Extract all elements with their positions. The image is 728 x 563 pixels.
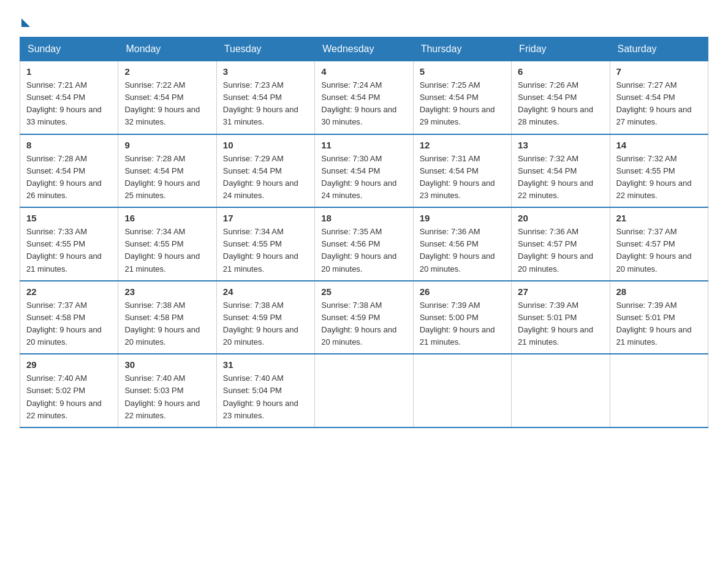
daylight-label: Daylight: 9 hours and 27 minutes. (616, 105, 692, 126)
sunrise-label: Sunrise: 7:34 AM (124, 227, 185, 236)
calendar-cell: 8 Sunrise: 7:28 AM Sunset: 4:54 PM Dayli… (20, 134, 118, 208)
daylight-label: Daylight: 9 hours and 24 minutes. (223, 178, 298, 200)
weekday-header-thursday: Thursday (413, 37, 511, 61)
sunset-label: Sunset: 5:01 PM (616, 313, 675, 322)
daylight-label: Daylight: 9 hours and 20 minutes. (223, 325, 298, 347)
daylight-label: Daylight: 9 hours and 21 minutes. (420, 325, 495, 347)
sunset-label: Sunset: 5:00 PM (420, 313, 479, 322)
daylight-label: Daylight: 9 hours and 22 minutes. (26, 399, 102, 420)
day-info: Sunrise: 7:31 AM Sunset: 4:54 PM Dayligh… (420, 153, 505, 202)
calendar-cell: 29 Sunrise: 7:40 AM Sunset: 5:02 PM Dayl… (20, 354, 118, 427)
sunrise-label: Sunrise: 7:40 AM (223, 373, 284, 383)
day-number: 28 (616, 286, 702, 297)
sunset-label: Sunset: 4:54 PM (420, 93, 479, 102)
sunrise-label: Sunrise: 7:38 AM (223, 301, 284, 310)
sunrise-label: Sunrise: 7:37 AM (616, 227, 677, 236)
day-info: Sunrise: 7:37 AM Sunset: 4:57 PM Dayligh… (616, 226, 702, 275)
calendar-cell: 4 Sunrise: 7:24 AM Sunset: 4:54 PM Dayli… (315, 61, 413, 134)
sunset-label: Sunset: 4:54 PM (26, 166, 85, 175)
calendar-cell: 14 Sunrise: 7:32 AM Sunset: 4:55 PM Dayl… (610, 134, 708, 208)
daylight-label: Daylight: 9 hours and 21 minutes. (124, 251, 200, 273)
logo (20, 15, 30, 27)
calendar-cell (512, 354, 610, 427)
daylight-label: Daylight: 9 hours and 20 minutes. (420, 251, 495, 273)
sunset-label: Sunset: 4:54 PM (223, 93, 282, 102)
sunrise-label: Sunrise: 7:34 AM (223, 227, 284, 236)
daylight-label: Daylight: 9 hours and 21 minutes. (518, 325, 593, 347)
calendar-cell (413, 354, 511, 427)
sunset-label: Sunset: 4:55 PM (124, 239, 183, 248)
daylight-label: Daylight: 9 hours and 20 minutes. (124, 325, 200, 347)
calendar-cell: 18 Sunrise: 7:35 AM Sunset: 4:56 PM Dayl… (315, 207, 413, 281)
page-header (20, 15, 708, 27)
day-number: 16 (124, 213, 210, 223)
sunset-label: Sunset: 4:54 PM (518, 166, 577, 175)
sunset-label: Sunset: 4:57 PM (518, 239, 577, 248)
sunrise-label: Sunrise: 7:38 AM (321, 301, 382, 310)
sunrise-label: Sunrise: 7:33 AM (26, 227, 87, 236)
day-number: 11 (321, 140, 406, 150)
calendar-week-row: 29 Sunrise: 7:40 AM Sunset: 5:02 PM Dayl… (20, 354, 708, 427)
daylight-label: Daylight: 9 hours and 20 minutes. (616, 251, 692, 273)
weekday-header-tuesday: Tuesday (216, 37, 314, 61)
day-number: 31 (223, 359, 308, 370)
day-info: Sunrise: 7:21 AM Sunset: 4:54 PM Dayligh… (26, 79, 112, 129)
calendar-cell: 16 Sunrise: 7:34 AM Sunset: 4:55 PM Dayl… (118, 207, 216, 281)
daylight-label: Daylight: 9 hours and 23 minutes. (420, 178, 495, 200)
day-number: 25 (321, 286, 406, 297)
day-number: 8 (26, 140, 112, 150)
calendar-table: SundayMondayTuesdayWednesdayThursdayFrid… (20, 37, 708, 428)
day-number: 24 (223, 286, 308, 297)
sunset-label: Sunset: 4:54 PM (321, 166, 380, 175)
calendar-cell: 6 Sunrise: 7:26 AM Sunset: 4:54 PM Dayli… (512, 61, 610, 134)
sunset-label: Sunset: 4:58 PM (26, 313, 85, 322)
sunset-label: Sunset: 5:03 PM (124, 386, 183, 395)
calendar-cell: 10 Sunrise: 7:29 AM Sunset: 4:54 PM Dayl… (216, 134, 314, 208)
day-number: 3 (223, 66, 308, 77)
day-number: 4 (321, 66, 406, 77)
sunrise-label: Sunrise: 7:27 AM (616, 80, 677, 90)
sunrise-label: Sunrise: 7:35 AM (321, 227, 382, 236)
day-info: Sunrise: 7:39 AM Sunset: 5:00 PM Dayligh… (420, 299, 505, 349)
calendar-cell: 15 Sunrise: 7:33 AM Sunset: 4:55 PM Dayl… (20, 207, 118, 281)
sunrise-label: Sunrise: 7:38 AM (124, 301, 185, 310)
sunrise-label: Sunrise: 7:40 AM (124, 373, 185, 383)
day-info: Sunrise: 7:23 AM Sunset: 4:54 PM Dayligh… (223, 79, 308, 129)
daylight-label: Daylight: 9 hours and 20 minutes. (518, 251, 593, 273)
day-number: 10 (223, 140, 308, 150)
calendar-cell (610, 354, 708, 427)
calendar-week-row: 22 Sunrise: 7:37 AM Sunset: 4:58 PM Dayl… (20, 281, 708, 354)
day-info: Sunrise: 7:37 AM Sunset: 4:58 PM Dayligh… (26, 299, 112, 349)
calendar-week-row: 15 Sunrise: 7:33 AM Sunset: 4:55 PM Dayl… (20, 207, 708, 281)
daylight-label: Daylight: 9 hours and 20 minutes. (321, 325, 396, 347)
daylight-label: Daylight: 9 hours and 21 minutes. (223, 251, 298, 273)
calendar-cell: 12 Sunrise: 7:31 AM Sunset: 4:54 PM Dayl… (413, 134, 511, 208)
day-number: 7 (616, 66, 702, 77)
calendar-cell: 25 Sunrise: 7:38 AM Sunset: 4:59 PM Dayl… (315, 281, 413, 354)
daylight-label: Daylight: 9 hours and 32 minutes. (124, 105, 200, 126)
sunset-label: Sunset: 4:55 PM (223, 239, 282, 248)
day-number: 23 (124, 286, 210, 297)
day-number: 12 (420, 140, 505, 150)
sunrise-label: Sunrise: 7:22 AM (124, 80, 185, 90)
daylight-label: Daylight: 9 hours and 21 minutes. (26, 251, 102, 273)
day-info: Sunrise: 7:25 AM Sunset: 4:54 PM Dayligh… (420, 79, 505, 129)
sunrise-label: Sunrise: 7:26 AM (518, 80, 578, 90)
day-info: Sunrise: 7:28 AM Sunset: 4:54 PM Dayligh… (124, 153, 210, 202)
calendar-cell: 13 Sunrise: 7:32 AM Sunset: 4:54 PM Dayl… (512, 134, 610, 208)
sunrise-label: Sunrise: 7:39 AM (616, 301, 677, 310)
calendar-cell: 26 Sunrise: 7:39 AM Sunset: 5:00 PM Dayl… (413, 281, 511, 354)
sunset-label: Sunset: 4:54 PM (321, 93, 380, 102)
weekday-header-sunday: Sunday (20, 37, 118, 61)
sunset-label: Sunset: 4:54 PM (124, 166, 183, 175)
daylight-label: Daylight: 9 hours and 22 minutes. (616, 178, 692, 200)
day-info: Sunrise: 7:40 AM Sunset: 5:04 PM Dayligh… (223, 372, 308, 422)
calendar-cell (315, 354, 413, 427)
sunset-label: Sunset: 4:56 PM (420, 239, 479, 248)
sunrise-label: Sunrise: 7:39 AM (518, 301, 578, 310)
day-info: Sunrise: 7:28 AM Sunset: 4:54 PM Dayligh… (26, 153, 112, 202)
sunrise-label: Sunrise: 7:37 AM (26, 301, 87, 310)
day-info: Sunrise: 7:30 AM Sunset: 4:54 PM Dayligh… (321, 153, 406, 202)
day-number: 19 (420, 213, 505, 223)
calendar-cell: 31 Sunrise: 7:40 AM Sunset: 5:04 PM Dayl… (216, 354, 314, 427)
